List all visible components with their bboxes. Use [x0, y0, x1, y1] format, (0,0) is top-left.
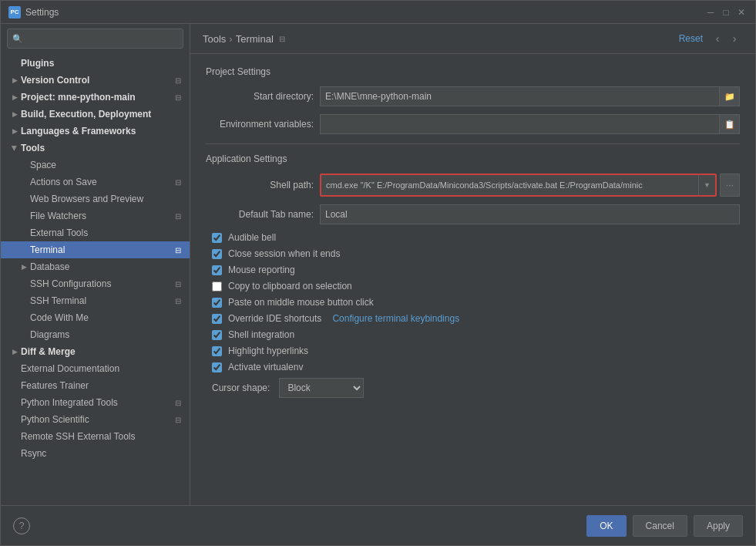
sidebar-item-external-tools[interactable]: External Tools: [1, 224, 190, 241]
panel-content: Project Settings Start directory: 📁 Envi…: [190, 54, 755, 505]
checkbox-row-shell-integration: Shell integration: [206, 329, 740, 340]
sidebar-item-build[interactable]: ▶Build, Execution, Deployment: [1, 106, 190, 123]
sidebar-item-remote-ssh[interactable]: Remote SSH External Tools: [1, 428, 190, 445]
sidebar-item-version-control[interactable]: ▶Version Control⊟: [1, 72, 190, 89]
sidebar-item-languages[interactable]: ▶Languages & Frameworks: [1, 123, 190, 140]
apply-button[interactable]: Apply: [694, 515, 743, 537]
checkbox-row-copy-clipboard: Copy to clipboard on selection: [206, 281, 740, 292]
default-tab-label: Default Tab name:: [206, 209, 314, 220]
checkbox-label-close-session: Close session when it ends: [228, 248, 340, 259]
sidebar-label-plugins: Plugins: [21, 58, 183, 69]
breadcrumb-current: Terminal: [236, 33, 274, 45]
checkbox-audible-bell[interactable]: [212, 233, 222, 243]
main-content: 🔍 Plugins▶Version Control⊟▶Project: mne-…: [1, 24, 755, 505]
checkbox-row-mouse-reporting: Mouse reporting: [206, 265, 740, 275]
start-directory-browse-button[interactable]: 📁: [720, 86, 740, 106]
sidebar-arrow-tools: ▶: [10, 143, 19, 153]
sidebar-label-remote-ssh: Remote SSH External Tools: [21, 431, 183, 442]
cursor-shape-select[interactable]: BlockUnderlineBeam: [279, 378, 364, 398]
start-directory-label: Start directory:: [206, 91, 314, 102]
env-variables-input-group: 📋: [320, 114, 740, 134]
sidebar-item-actions-on-save[interactable]: Actions on Save⊟: [1, 174, 190, 190]
checkbox-label-audible-bell: Audible bell: [228, 232, 276, 243]
sidebar-item-python-integrated-tools[interactable]: Python Integrated Tools⊟: [1, 394, 190, 411]
sidebar-item-project[interactable]: ▶Project: mne-python-main⊟: [1, 89, 190, 106]
sidebar-item-database[interactable]: ▶Database: [1, 258, 190, 275]
titlebar: PC Settings ─ □ ✕: [1, 1, 755, 24]
shell-ellipsis-button[interactable]: ···: [720, 174, 740, 197]
env-variables-browse-button[interactable]: 📋: [720, 114, 740, 134]
checkbox-link-override-ide[interactable]: Configure terminal keybindings: [332, 313, 459, 324]
sidebar-label-build: Build, Execution, Deployment: [21, 109, 183, 120]
nav-back-button[interactable]: ‹: [709, 30, 726, 47]
checkbox-override-ide[interactable]: [212, 314, 222, 324]
sidebar-item-python-scientific[interactable]: Python Scientific⊟: [1, 411, 190, 428]
checkbox-label-highlight-hyperlinks: Highlight hyperlinks: [228, 345, 308, 356]
sidebar-item-rsync[interactable]: Rsync: [1, 445, 190, 462]
checkbox-activate-virtualenv[interactable]: [212, 362, 222, 372]
main-panel: Tools › Terminal ⊟ Reset ‹ › Project Set…: [190, 24, 755, 505]
breadcrumb: Tools › Terminal ⊟: [203, 33, 285, 45]
sidebar-ext-icon-python-scientific: ⊟: [173, 414, 183, 425]
checkbox-label-paste-middle: Paste on middle mouse button click: [228, 297, 374, 308]
sidebar-label-database: Database: [30, 261, 183, 272]
checkbox-paste-middle[interactable]: [212, 298, 222, 308]
sidebar-item-space[interactable]: Space: [1, 157, 190, 174]
sidebar-item-ssh-terminal[interactable]: SSH Terminal⊟: [1, 292, 190, 309]
sidebar-item-code-with-me[interactable]: Code With Me: [1, 309, 190, 326]
checkbox-label-mouse-reporting: Mouse reporting: [228, 265, 295, 275]
sidebar-item-terminal[interactable]: Terminal⊟: [1, 241, 190, 258]
search-box[interactable]: 🔍: [7, 29, 183, 49]
sidebar-item-diff-merge[interactable]: ▶Diff & Merge: [1, 343, 190, 360]
close-button[interactable]: ✕: [735, 6, 748, 19]
sidebar-item-web-browsers[interactable]: Web Browsers and Preview: [1, 190, 190, 207]
sidebar-ext-icon-project: ⊟: [173, 92, 183, 103]
sidebar-ext-icon-terminal: ⊟: [173, 244, 183, 255]
reset-button[interactable]: Reset: [679, 33, 703, 44]
sidebar-label-python-integrated-tools: Python Integrated Tools: [21, 397, 173, 408]
sidebar-item-file-watchers[interactable]: File Watchers⊟: [1, 207, 190, 224]
sidebar-label-rsync: Rsync: [21, 448, 183, 459]
nav-forward-button[interactable]: ›: [726, 30, 743, 47]
env-variables-label: Environment variables:: [206, 119, 314, 130]
sidebar-list: Plugins▶Version Control⊟▶Project: mne-py…: [1, 53, 190, 505]
sidebar-item-diagrams[interactable]: Diagrams: [1, 326, 190, 343]
sidebar-arrow-build: ▶: [10, 110, 19, 119]
help-button[interactable]: ?: [13, 517, 30, 534]
shell-path-row: Shell path: ▼ ···: [206, 174, 740, 197]
sidebar-label-external-docs: External Documentation: [21, 363, 183, 374]
checkbox-close-session[interactable]: [212, 249, 222, 259]
sidebar-label-web-browsers: Web Browsers and Preview: [30, 194, 183, 204]
sidebar-item-ssh-configurations[interactable]: SSH Configurations⊟: [1, 275, 190, 292]
shell-path-label: Shell path:: [206, 180, 314, 190]
minimize-button[interactable]: ─: [704, 6, 717, 19]
footer-right: OK Cancel Apply: [586, 515, 743, 537]
checkbox-row-activate-virtualenv: Activate virtualenv: [206, 362, 740, 372]
app-settings-title: Application Settings: [206, 153, 740, 164]
sidebar-ext-icon-file-watchers: ⊟: [173, 211, 183, 221]
search-input[interactable]: [27, 33, 178, 44]
checkbox-label-copy-clipboard: Copy to clipboard on selection: [228, 281, 352, 292]
ok-button[interactable]: OK: [586, 515, 626, 537]
maximize-button[interactable]: □: [720, 6, 732, 19]
default-tab-input[interactable]: [320, 204, 740, 224]
panel-header: Tools › Terminal ⊟ Reset ‹ ›: [190, 24, 755, 54]
checkbox-mouse-reporting[interactable]: [212, 265, 222, 275]
sidebar-item-plugins[interactable]: Plugins: [1, 55, 190, 72]
sidebar-label-python-scientific: Python Scientific: [21, 414, 173, 425]
sidebar-item-external-docs[interactable]: External Documentation: [1, 360, 190, 377]
shell-dropdown-button[interactable]: ▼: [698, 175, 715, 195]
sidebar-arrow-diff-merge: ▶: [10, 347, 19, 356]
env-variables-input[interactable]: [320, 114, 720, 134]
start-directory-input[interactable]: [320, 86, 720, 106]
sidebar-item-features-trainer[interactable]: Features Trainer: [1, 377, 190, 394]
cancel-button[interactable]: Cancel: [633, 515, 687, 537]
sidebar-item-tools[interactable]: ▶Tools: [1, 140, 190, 157]
checkbox-shell-integration[interactable]: [212, 330, 222, 340]
checkbox-row-paste-middle: Paste on middle mouse button click: [206, 297, 740, 308]
checkbox-copy-clipboard[interactable]: [212, 281, 222, 292]
checkbox-highlight-hyperlinks[interactable]: [212, 346, 222, 356]
start-directory-input-group: 📁: [320, 86, 740, 106]
shell-path-input[interactable]: [321, 175, 698, 195]
breadcrumb-icon: ⊟: [279, 35, 285, 43]
